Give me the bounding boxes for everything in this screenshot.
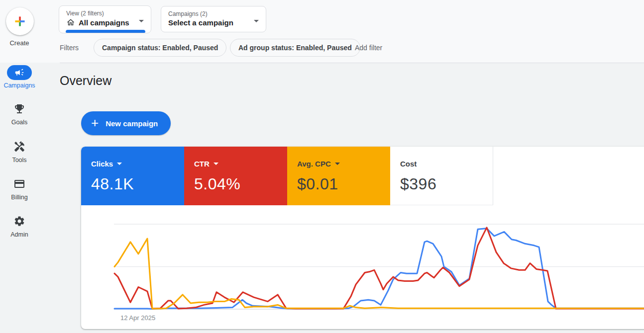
sidebar-item-billing[interactable]: Billing (0, 177, 39, 201)
credit-card-icon (13, 177, 25, 190)
chart-line-avg-cpc (114, 239, 644, 309)
sidebar-item-campaigns[interactable]: Campaigns (0, 65, 39, 89)
sidebar-item-label: Goals (0, 119, 39, 126)
campaign-picker[interactable]: Campaigns (2) Select a campaign (161, 6, 266, 32)
create-button[interactable] (6, 7, 34, 35)
home-icon (66, 18, 75, 27)
page-title: Overview (60, 74, 111, 88)
trophy-icon (13, 102, 25, 115)
filter-chip-adgroup-status[interactable]: Ad group status: Enabled, Paused (230, 39, 360, 57)
sidebar-item-label: Admin (0, 231, 39, 238)
filter-chip-campaign-status[interactable]: Campaign status: Enabled, Paused (94, 39, 226, 57)
new-campaign-label: New campaign (106, 119, 158, 128)
filters-label: Filters (60, 44, 79, 52)
view-picker[interactable]: View (2 filters) All campaigns (59, 5, 151, 33)
chevron-down-icon (335, 163, 340, 165)
sidebar-item-tools[interactable]: Tools (0, 140, 39, 164)
tools-icon (13, 140, 25, 153)
metric-value: $0.01 (297, 175, 390, 193)
sidebar-item-admin[interactable]: Admin (0, 215, 39, 238)
metric-value: 5.04% (194, 175, 287, 193)
plus-icon: + (91, 116, 99, 129)
metric-tile[interactable]: CTR 5.04% (184, 147, 287, 205)
sidebar-item-label: Billing (0, 194, 39, 201)
metric-value: 48.1K (91, 175, 184, 193)
campaign-picker-caption: Campaigns (2) (168, 10, 266, 17)
x-axis-start-label: 12 Apr 2025 (120, 314, 155, 322)
active-view-underline (66, 30, 145, 33)
campaign-picker-value: Select a campaign (168, 18, 233, 27)
gear-icon (13, 215, 25, 228)
new-campaign-button[interactable]: + New campaign (81, 111, 171, 135)
metric-value: $396 (400, 175, 493, 193)
metric-label: Clicks (91, 160, 113, 168)
metric-label: Cost (400, 160, 417, 168)
chart-line-ctr (114, 228, 644, 309)
chevron-down-icon (139, 20, 144, 22)
chevron-down-icon (117, 163, 122, 165)
metric-tile[interactable]: Clicks 48.1K (81, 147, 184, 205)
chevron-down-icon (254, 20, 259, 22)
sidebar-item-goals[interactable]: Goals (0, 102, 39, 126)
sidebar-item-label: Campaigns (0, 82, 39, 89)
add-filter-button[interactable]: Add filter (355, 44, 382, 52)
google-plus-icon (13, 14, 27, 28)
sidebar: Create Campaigns Goals Tools Billing Adm… (0, 0, 39, 333)
view-picker-caption: View (2 filters) (66, 10, 151, 17)
view-picker-value: All campaigns (79, 18, 129, 27)
create-label: Create (0, 39, 39, 47)
metric-tile[interactable]: Cost $396 (390, 147, 493, 205)
metric-label: Avg. CPC (297, 160, 331, 168)
megaphone-icon (14, 66, 24, 79)
overview-chart[interactable] (81, 205, 644, 329)
chevron-down-icon (214, 163, 218, 165)
overview-card: Clicks 48.1K CTR 5.04% Avg. CPC $0.01 Co… (81, 147, 644, 329)
metric-tiles-row: Clicks 48.1K CTR 5.04% Avg. CPC $0.01 Co… (81, 147, 493, 205)
metric-label: CTR (194, 160, 210, 168)
header-divider (60, 63, 644, 63)
chart-line-clicks (114, 229, 644, 309)
sidebar-item-label: Tools (0, 157, 39, 164)
metric-tile[interactable]: Avg. CPC $0.01 (287, 147, 390, 205)
